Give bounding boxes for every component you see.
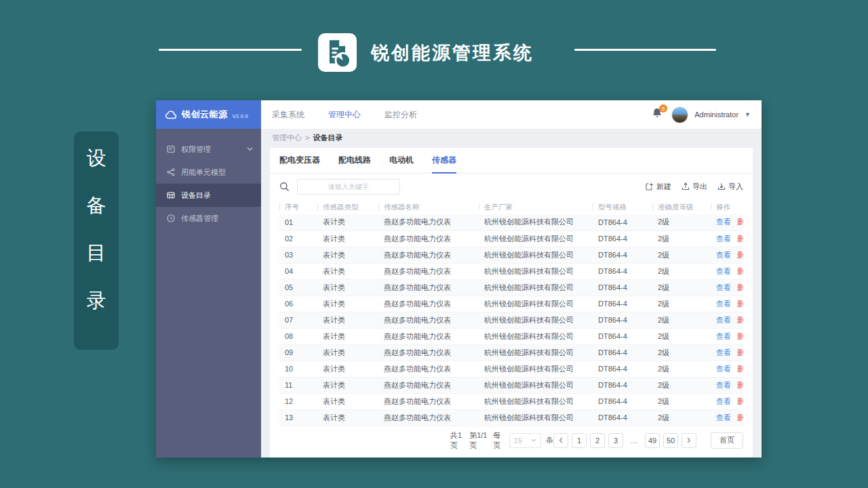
- per-page-select[interactable]: 15: [509, 433, 541, 448]
- breadcrumb: 管理中心 > 设备目录: [261, 129, 762, 146]
- delete-link[interactable]: 删除: [737, 235, 743, 243]
- view-link[interactable]: 查看: [716, 218, 731, 226]
- delete-link[interactable]: 删除: [737, 381, 743, 389]
- notification-bell-icon[interactable]: 5: [652, 107, 665, 122]
- view-link[interactable]: 查看: [716, 332, 731, 340]
- view-link[interactable]: 查看: [716, 300, 731, 308]
- avatar[interactable]: [671, 106, 688, 123]
- cell-operations: 查看删除: [711, 409, 743, 426]
- table-row: 10 表计类 燕赵多功能电力仪表 杭州锐创能源科技有限公司 DT864-4 2级…: [279, 361, 743, 377]
- cell-no: 08: [279, 328, 317, 344]
- nav-item-collection-system[interactable]: 采集系统: [272, 109, 304, 121]
- cell-manufacturer: 杭州锐创能源科技有限公司: [479, 393, 593, 409]
- prev-page-button[interactable]: [553, 433, 568, 448]
- view-link[interactable]: 查看: [716, 251, 731, 259]
- user-name[interactable]: Administrator: [694, 110, 738, 119]
- nav-item-management-center[interactable]: 管理中心: [328, 109, 361, 121]
- column-header-manufacturer: 生产厂家: [479, 199, 593, 214]
- column-header-model: 型号规格: [593, 199, 652, 214]
- delete-link[interactable]: 删除: [737, 348, 743, 357]
- view-link[interactable]: 查看: [716, 413, 731, 422]
- sidebar-item-device-catalog[interactable]: 设备目录: [156, 184, 261, 207]
- cell-type: 表计类: [317, 328, 378, 344]
- new-icon: [646, 182, 654, 190]
- sidebar-item-label: 传感器管理: [181, 214, 218, 224]
- delete-link[interactable]: 删除: [737, 316, 743, 324]
- cell-name: 燕赵多功能电力仪表: [378, 247, 479, 263]
- delete-link[interactable]: 删除: [737, 413, 743, 422]
- column-header-name: 传感器名称: [378, 199, 479, 214]
- view-link[interactable]: 查看: [716, 348, 731, 357]
- view-link[interactable]: 查看: [716, 235, 731, 243]
- view-link[interactable]: 查看: [716, 397, 731, 405]
- cell-accuracy: 2级: [652, 296, 711, 312]
- page-number-button[interactable]: 3: [608, 433, 623, 448]
- import-button[interactable]: 导入: [717, 182, 743, 192]
- page-number-button[interactable]: …: [627, 433, 642, 448]
- table-row: 11 表计类 燕赵多功能电力仪表 杭州锐创能源科技有限公司 DT864-4 2级…: [279, 377, 743, 393]
- cell-name: 燕赵多功能电力仪表: [378, 312, 479, 328]
- cell-accuracy: 2级: [652, 263, 711, 279]
- next-page-button[interactable]: [682, 433, 696, 448]
- cell-name: 燕赵多功能电力仪表: [378, 230, 479, 247]
- new-button[interactable]: 新建: [646, 182, 671, 192]
- page-number-button[interactable]: 1: [572, 433, 587, 448]
- side-tab-char: 目: [87, 243, 106, 263]
- tab-motor[interactable]: 电动机: [389, 155, 414, 174]
- page-number-button[interactable]: 49: [645, 433, 660, 448]
- cell-accuracy: 2级: [652, 312, 711, 328]
- user-menu-caret-icon[interactable]: ▼: [745, 111, 751, 118]
- sidebar-item-energy-unit-model[interactable]: 用能单元模型: [156, 161, 261, 184]
- pagination: 共1页 第1/1页 每页 15 条 1: [279, 426, 743, 458]
- table-row: 02 表计类 燕赵多功能电力仪表 杭州锐创能源科技有限公司 DT864-4 2级…: [279, 230, 743, 247]
- tab-distribution-line[interactable]: 配电线路: [338, 155, 371, 174]
- search-toolbar: 新建 导出 导入: [279, 174, 743, 199]
- breadcrumb-parent[interactable]: 管理中心: [272, 133, 302, 143]
- delete-link[interactable]: 删除: [737, 218, 743, 226]
- view-link[interactable]: 查看: [716, 365, 731, 373]
- cell-manufacturer: 杭州锐创能源科技有限公司: [479, 263, 593, 279]
- view-link[interactable]: 查看: [716, 283, 731, 291]
- cell-type: 表计类: [317, 230, 378, 247]
- page-number-button[interactable]: 50: [663, 433, 678, 448]
- delete-link[interactable]: 删除: [737, 365, 743, 373]
- page-number-button[interactable]: 2: [590, 433, 605, 448]
- cell-no: 13: [279, 409, 317, 426]
- view-link[interactable]: 查看: [716, 267, 731, 275]
- page-title: 锐创能源管理系统: [371, 41, 534, 65]
- first-page-button[interactable]: 首页: [711, 432, 743, 449]
- table-row: 03 表计类 燕赵多功能电力仪表 杭州锐创能源科技有限公司 DT864-4 2级…: [279, 247, 743, 263]
- cell-model: DT864-4: [593, 344, 652, 361]
- tab-sensor[interactable]: 传感器: [432, 155, 456, 174]
- cell-manufacturer: 杭州锐创能源科技有限公司: [479, 247, 593, 263]
- cell-manufacturer: 杭州锐创能源科技有限公司: [479, 296, 593, 312]
- cell-no: 12: [279, 393, 317, 409]
- view-link[interactable]: 查看: [716, 316, 731, 324]
- pagination-controls: 1 2 3 … 49 50: [553, 432, 743, 449]
- cell-operations: 查看删除: [711, 214, 743, 230]
- delete-link[interactable]: 删除: [737, 251, 743, 259]
- delete-link[interactable]: 删除: [737, 283, 743, 291]
- top-header: 采集系统 管理中心 监控分析 5 Administrator ▼: [261, 100, 762, 129]
- delete-link[interactable]: 删除: [737, 267, 743, 275]
- cell-no: 07: [279, 312, 317, 328]
- sensor-table: 序号 传感器类型 传感器名称 生产厂家 型号规格 准确度等级 操作 01 表: [279, 199, 743, 426]
- sidebar-item-sensor-manage[interactable]: 传感器管理: [156, 207, 261, 230]
- import-icon: [717, 182, 726, 190]
- cell-accuracy: 2级: [652, 393, 711, 409]
- tab-distribution-transformer[interactable]: 配电变压器: [279, 155, 320, 174]
- cell-type: 表计类: [317, 214, 378, 230]
- delete-link[interactable]: 删除: [737, 332, 743, 340]
- cell-name: 燕赵多功能电力仪表: [378, 409, 479, 426]
- delete-link[interactable]: 删除: [737, 397, 743, 405]
- nav-item-monitor-analysis[interactable]: 监控分析: [384, 109, 417, 121]
- sidebar-item-permission[interactable]: 权限管理: [156, 138, 261, 161]
- view-link[interactable]: 查看: [716, 381, 731, 389]
- table-row: 07 表计类 燕赵多功能电力仪表 杭州锐创能源科技有限公司 DT864-4 2级…: [279, 312, 743, 328]
- delete-link[interactable]: 删除: [737, 300, 743, 308]
- export-button[interactable]: 导出: [682, 182, 707, 192]
- device-catalog-icon: [167, 191, 175, 199]
- table-row: 09 表计类 燕赵多功能电力仪表 杭州锐创能源科技有限公司 DT864-4 2级…: [279, 344, 743, 361]
- search-input[interactable]: [297, 179, 400, 195]
- side-tab-char: 备: [87, 195, 106, 216]
